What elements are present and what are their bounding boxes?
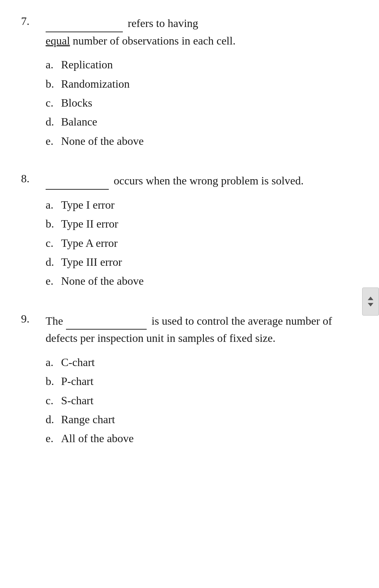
question-8-post-blank: occurs when the wrong problem is solved. — [111, 174, 304, 187]
option-9c-text: S-chart — [61, 391, 93, 410]
question-9-pre-blank: The — [46, 315, 66, 327]
option-8a-text: Type I error — [61, 195, 114, 214]
option-7a-text: Replication — [61, 55, 113, 74]
option-9a-label: a. — [46, 353, 61, 372]
question-9-number: 9. — [21, 312, 46, 325]
option-9d-label: d. — [46, 410, 61, 429]
option-8c[interactable]: c. Type A error — [46, 234, 358, 252]
question-9-text: The is used to control the average numbe… — [46, 312, 358, 347]
option-8c-text: Type A error — [61, 234, 118, 252]
option-7b-text: Randomization — [61, 74, 130, 93]
question-9: 9. The is used to control the average nu… — [21, 312, 358, 448]
option-7d[interactable]: d. Balance — [46, 112, 358, 131]
question-8: 8. occurs when the wrong problem is solv… — [21, 171, 358, 291]
option-7a-label: a. — [46, 55, 61, 74]
option-8a-label: a. — [46, 195, 61, 214]
option-7c-text: Blocks — [61, 93, 92, 112]
option-8e-label: e. — [46, 271, 61, 290]
option-7a[interactable]: a. Replication — [46, 55, 358, 74]
option-9a-text: C-chart — [61, 353, 95, 372]
question-7: 7. refers to having equal number of obse… — [21, 14, 358, 150]
question-8-header: 8. occurs when the wrong problem is solv… — [21, 171, 358, 190]
option-7b[interactable]: b. Randomization — [46, 74, 358, 93]
option-7d-label: d. — [46, 112, 61, 131]
question-8-text: occurs when the wrong problem is solved. — [46, 171, 358, 190]
question-7-blank[interactable] — [46, 14, 123, 32]
scrollbar-widget[interactable] — [362, 288, 379, 316]
option-7b-label: b. — [46, 74, 61, 93]
option-7c-label: c. — [46, 93, 61, 112]
question-9-options: a. C-chart b. P-chart c. S-chart d. Rang… — [46, 353, 358, 448]
option-9d-text: Range chart — [61, 410, 115, 429]
option-9b-label: b. — [46, 372, 61, 391]
option-7c[interactable]: c. Blocks — [46, 93, 358, 112]
scrollbar-up-arrow[interactable] — [368, 297, 373, 300]
question-8-options: a. Type I error b. Type II error c. Type… — [46, 195, 358, 291]
question-7-options: a. Replication b. Randomization c. Block… — [46, 55, 358, 150]
option-9a[interactable]: a. C-chart — [46, 353, 358, 372]
option-7d-text: Balance — [61, 112, 97, 131]
option-9b-text: P-chart — [61, 372, 93, 391]
option-9d[interactable]: d. Range chart — [46, 410, 358, 429]
scrollbar-down-arrow[interactable] — [368, 303, 373, 306]
option-8b[interactable]: b. Type II error — [46, 214, 358, 233]
question-7-post-blank: refers to having — [125, 17, 198, 29]
option-9b[interactable]: b. P-chart — [46, 372, 358, 391]
question-7-underline: equal — [46, 34, 70, 47]
question-7-text: refers to having equal number of observa… — [46, 14, 358, 49]
question-7-header: 7. refers to having equal number of obse… — [21, 14, 358, 49]
option-7e[interactable]: e. None of the above — [46, 131, 358, 150]
option-9c[interactable]: c. S-chart — [46, 391, 358, 410]
question-9-header: 9. The is used to control the average nu… — [21, 312, 358, 347]
option-9e[interactable]: e. All of the above — [46, 429, 358, 448]
option-8a[interactable]: a. Type I error — [46, 195, 358, 214]
option-7e-text: None of the above — [61, 131, 144, 150]
option-8d-text: Type III error — [61, 252, 122, 271]
option-7e-label: e. — [46, 131, 61, 150]
option-9e-text: All of the above — [61, 429, 134, 448]
option-8c-label: c. — [46, 234, 61, 252]
question-8-blank[interactable] — [46, 171, 109, 190]
option-9e-label: e. — [46, 429, 61, 448]
question-7-cont: number of observations in each cell. — [70, 34, 235, 47]
option-8e[interactable]: e. None of the above — [46, 271, 358, 290]
option-8b-label: b. — [46, 214, 61, 233]
option-8e-text: None of the above — [61, 271, 144, 290]
question-8-number: 8. — [21, 171, 46, 185]
option-8b-text: Type II error — [61, 214, 118, 233]
question-9-blank[interactable] — [66, 312, 147, 330]
option-8d[interactable]: d. Type III error — [46, 252, 358, 271]
option-9c-label: c. — [46, 391, 61, 410]
option-8d-label: d. — [46, 252, 61, 271]
question-7-number: 7. — [21, 14, 46, 28]
